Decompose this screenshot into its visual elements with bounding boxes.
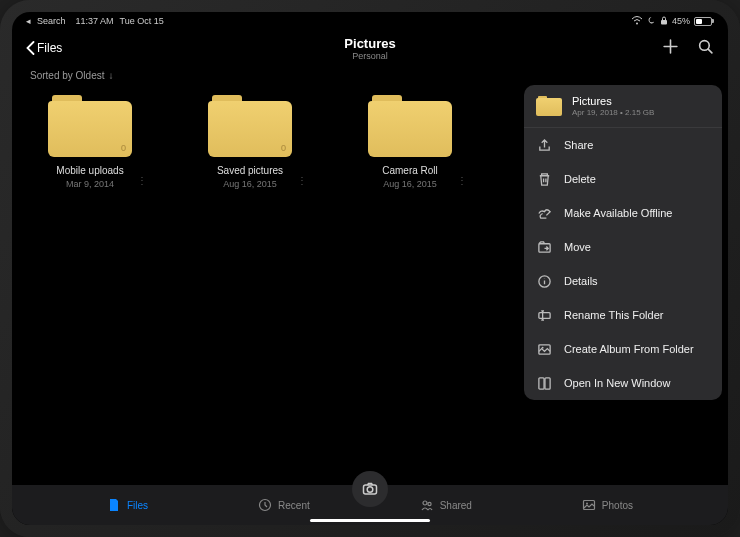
share-icon: [536, 137, 552, 153]
folder-icon: [368, 95, 452, 157]
svg-point-7: [541, 346, 543, 348]
status-date: Tue Oct 15: [120, 16, 164, 26]
tab-label: Photos: [602, 500, 633, 511]
menu-item-label: Rename This Folder: [564, 309, 663, 321]
folder-item[interactable]: 0 Saved pictures Aug 16, 2015 ⋮: [200, 95, 300, 200]
menu-header: Pictures Apr 19, 2018 • 2.15 GB: [524, 85, 722, 128]
folder-name: Camera Roll: [382, 165, 438, 177]
page-title: Pictures: [344, 36, 395, 51]
add-button[interactable]: [662, 38, 679, 59]
folder-item[interactable]: Camera Roll Aug 16, 2015 ⋮: [360, 95, 460, 200]
more-icon[interactable]: ⋮: [457, 175, 468, 186]
back-button[interactable]: Files: [26, 41, 62, 55]
menu-item-label: Share: [564, 139, 593, 151]
camera-button[interactable]: [352, 471, 388, 507]
folder-icon: 0: [48, 95, 132, 157]
menu-item-label: Delete: [564, 173, 596, 185]
folder-date: Aug 16, 2015: [223, 179, 277, 189]
content-area: 0 Mobile uploads Mar 9, 2014 ⋮ 0 Saved p…: [12, 85, 728, 485]
tab-files[interactable]: Files: [107, 498, 148, 512]
tab-photos[interactable]: Photos: [582, 498, 633, 512]
svg-rect-1: [661, 20, 667, 25]
folder-item[interactable]: 0 Mobile uploads Mar 9, 2014 ⋮: [40, 95, 140, 200]
menu-item-label: Create Album From Folder: [564, 343, 694, 355]
tab-recent[interactable]: Recent: [258, 498, 310, 512]
menu-item-window[interactable]: Open In New Window: [524, 366, 722, 400]
status-bar: ◂ Search 11:37 AM Tue Oct 15 45%: [12, 12, 728, 30]
svg-rect-5: [538, 312, 549, 318]
folder-name: Saved pictures: [217, 165, 283, 177]
more-icon[interactable]: ⋮: [137, 175, 148, 186]
dnd-icon: [647, 16, 656, 27]
sort-arrow-icon: ↓: [108, 70, 113, 81]
page-subtitle: Personal: [344, 51, 395, 61]
folder-icon: [536, 96, 562, 116]
menu-item-share[interactable]: Share: [524, 128, 722, 162]
folder-count: 0: [281, 143, 286, 153]
nav-bar: Files Pictures Personal: [12, 30, 728, 66]
menu-item-move[interactable]: Move: [524, 230, 722, 264]
sort-bar[interactable]: Sorted by Oldest ↓: [12, 66, 728, 85]
battery-icon: [694, 17, 714, 26]
svg-rect-8: [538, 377, 543, 388]
bottom-tab-bar: Files Recent Shared Photos: [12, 485, 728, 525]
folder-name: Mobile uploads: [56, 165, 123, 177]
menu-item-label: Open In New Window: [564, 377, 670, 389]
trash-icon: [536, 171, 552, 187]
tab-label: Shared: [440, 500, 472, 511]
lock-icon: [660, 16, 668, 27]
search-button[interactable]: [697, 38, 714, 59]
svg-point-13: [423, 501, 427, 505]
menu-item-label: Move: [564, 241, 591, 253]
home-indicator[interactable]: [310, 519, 430, 522]
menu-item-album[interactable]: Create Album From Folder: [524, 332, 722, 366]
album-icon: [536, 341, 552, 357]
move-icon: [536, 239, 552, 255]
battery-percent: 45%: [672, 16, 690, 26]
status-back-label: Search: [37, 16, 66, 26]
chevron-left-icon: ◂: [26, 16, 31, 26]
sort-label: Sorted by Oldest: [30, 70, 104, 81]
folder-count: 0: [121, 143, 126, 153]
menu-title: Pictures: [572, 95, 654, 107]
svg-rect-9: [544, 377, 549, 388]
tab-shared[interactable]: Shared: [420, 498, 472, 512]
tab-label: Recent: [278, 500, 310, 511]
more-icon[interactable]: ⋮: [297, 175, 308, 186]
folder-icon: 0: [208, 95, 292, 157]
menu-item-info[interactable]: Details: [524, 264, 722, 298]
menu-item-offline[interactable]: Make Available Offline: [524, 196, 722, 230]
rename-icon: [536, 307, 552, 323]
svg-point-12: [367, 487, 373, 493]
tab-label: Files: [127, 500, 148, 511]
context-menu: Pictures Apr 19, 2018 • 2.15 GB ShareDel…: [524, 85, 722, 400]
wifi-icon: [631, 16, 643, 27]
svg-point-0: [636, 22, 638, 24]
menu-item-trash[interactable]: Delete: [524, 162, 722, 196]
folder-date: Mar 9, 2014: [66, 179, 114, 189]
offline-icon: [536, 205, 552, 221]
info-icon: [536, 273, 552, 289]
folder-date: Aug 16, 2015: [383, 179, 437, 189]
status-time: 11:37 AM: [76, 16, 114, 26]
back-label: Files: [37, 41, 62, 55]
window-icon: [536, 375, 552, 391]
menu-item-label: Make Available Offline: [564, 207, 672, 219]
menu-item-label: Details: [564, 275, 598, 287]
menu-item-rename[interactable]: Rename This Folder: [524, 298, 722, 332]
menu-subtitle: Apr 19, 2018 • 2.15 GB: [572, 108, 654, 117]
svg-point-14: [428, 502, 431, 505]
